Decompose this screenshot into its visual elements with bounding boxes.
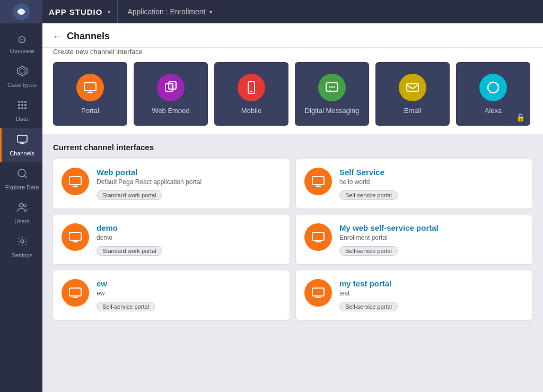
svg-point-15: [18, 169, 25, 177]
self-service-name: Self Service: [339, 168, 524, 177]
svg-point-11: [24, 107, 27, 109]
svg-point-5: [24, 101, 27, 103]
my-test-portal-desc: test: [339, 290, 524, 297]
sidebar: ⊙ Overview Case types: [0, 23, 42, 392]
channel-card-portal[interactable]: Portal: [53, 62, 127, 126]
sidebar-item-explore-data[interactable]: Explore Data: [0, 162, 42, 196]
sidebar-item-overview[interactable]: ⊙ Overview: [0, 28, 42, 60]
my-web-self-service-icon: [304, 223, 332, 251]
ew-info: ew ew Self-service portal: [97, 279, 281, 311]
demo-name: demo: [97, 223, 281, 232]
demo-desc: demo: [97, 234, 281, 241]
interface-card-my-web-self-service[interactable]: My web self-service portal Enrollment po…: [296, 215, 532, 264]
sidebar-item-settings[interactable]: Settings: [0, 230, 42, 264]
my-test-portal-info: my test portal test Self-service portal: [339, 279, 524, 311]
sidebar-item-users[interactable]: Users: [0, 196, 42, 230]
sidebar-item-label: Case types: [7, 82, 37, 89]
alexa-label: Alexa: [485, 107, 502, 115]
svg-rect-24: [169, 82, 176, 89]
digital-messaging-icon: [318, 74, 346, 101]
channel-card-alexa[interactable]: Alexa 🔒: [456, 62, 530, 126]
channel-card-email[interactable]: Email: [375, 62, 450, 126]
interface-card-my-test-portal[interactable]: my test portal test Self-service portal: [296, 271, 532, 320]
sidebar-item-label: Overview: [10, 48, 34, 55]
svg-point-28: [329, 86, 331, 88]
interface-card-ew[interactable]: ew ew Self-service portal: [53, 271, 290, 320]
main-layout: ⊙ Overview Case types: [0, 23, 543, 392]
ew-badge: Self-service portal: [97, 302, 155, 311]
channel-card-mobile[interactable]: Mobile: [214, 62, 288, 126]
web-portal-badge: Standard work portal: [97, 190, 162, 200]
svg-point-19: [21, 240, 24, 243]
content-area: ← Channels Create new channel interface …: [42, 23, 543, 392]
app-chevron: ▾: [108, 9, 111, 15]
svg-rect-42: [312, 232, 324, 240]
portal-icon: [76, 74, 104, 101]
sidebar-item-label: Users: [14, 218, 30, 225]
svg-rect-39: [69, 232, 81, 240]
my-web-self-service-desc: Enrollment portal: [339, 234, 524, 241]
svg-rect-36: [312, 177, 324, 185]
create-label: Create new channel interface: [53, 48, 532, 56]
self-service-badge: Self-service portal: [339, 190, 398, 200]
sidebar-item-label: Data: [16, 116, 28, 123]
svg-point-9: [18, 107, 20, 109]
svg-point-17: [19, 203, 23, 207]
ew-name: ew: [97, 279, 281, 288]
svg-rect-20: [84, 83, 96, 91]
ew-desc: ew: [97, 290, 281, 297]
web-portal-desc: Default Pega React application portal: [97, 178, 281, 186]
self-service-desc: hello world: [339, 178, 524, 186]
demo-icon: [62, 223, 89, 251]
self-service-info: Self Service hello world Self-service po…: [339, 168, 524, 200]
alexa-icon: [479, 74, 507, 101]
sidebar-item-label: Settings: [12, 252, 33, 259]
users-icon: [16, 202, 28, 216]
svg-point-32: [488, 82, 498, 93]
svg-point-18: [23, 204, 26, 206]
channel-card-digital-messaging[interactable]: Digital Messaging: [295, 62, 369, 126]
overview-icon: ⊙: [17, 33, 27, 46]
sidebar-item-case-types[interactable]: Case types: [0, 60, 42, 94]
svg-point-6: [18, 104, 20, 106]
my-test-portal-badge: Self-service portal: [339, 302, 398, 311]
app-name[interactable]: APP STUDIO ▾: [42, 0, 118, 23]
my-web-self-service-name: My web self-service portal: [339, 223, 524, 232]
svg-point-8: [24, 104, 27, 106]
web-portal-info: Web portal Default Pega React applicatio…: [97, 168, 281, 200]
svg-point-3: [18, 101, 20, 103]
self-service-icon: [304, 168, 332, 195]
svg-line-16: [24, 176, 27, 178]
svg-point-10: [21, 107, 23, 109]
web-portal-name: Web portal: [97, 168, 281, 177]
ew-icon: [62, 279, 89, 307]
back-button[interactable]: ←: [53, 32, 62, 41]
my-web-self-service-info: My web self-service portal Enrollment po…: [339, 223, 524, 256]
svg-point-4: [21, 101, 23, 103]
my-test-portal-icon: [304, 279, 332, 307]
svg-rect-33: [69, 177, 81, 185]
interface-card-demo[interactable]: demo demo Standard work portal: [53, 215, 290, 264]
svg-rect-45: [69, 288, 81, 296]
interface-card-self-service[interactable]: Self Service hello world Self-service po…: [296, 159, 532, 208]
mobile-label: Mobile: [241, 107, 261, 115]
svg-point-7: [21, 104, 23, 106]
sidebar-item-data[interactable]: Data: [0, 94, 42, 128]
channels-icon: [16, 134, 28, 148]
svg-rect-48: [312, 288, 324, 296]
interface-card-web-portal[interactable]: Web portal Default Pega React applicatio…: [53, 159, 290, 208]
page-title: Channels: [67, 31, 110, 42]
app-selector[interactable]: Application : Enrollment ▾: [118, 0, 222, 23]
digital-messaging-label: Digital Messaging: [305, 107, 360, 115]
topbar: APP STUDIO ▾ Application : Enrollment ▾: [0, 0, 543, 23]
sidebar-item-channels[interactable]: Channels: [0, 128, 42, 162]
email-icon: [399, 74, 426, 101]
channel-card-web-embed[interactable]: Web Embed: [134, 62, 208, 126]
svg-point-30: [334, 86, 335, 88]
page-header: ← Channels: [42, 23, 543, 48]
svg-marker-1: [17, 66, 27, 76]
channel-cards: Portal Web Embed: [53, 62, 532, 126]
app-logo: [0, 0, 42, 23]
svg-rect-31: [407, 84, 418, 91]
current-section: Current channel interfaces Web portal De…: [42, 134, 543, 392]
